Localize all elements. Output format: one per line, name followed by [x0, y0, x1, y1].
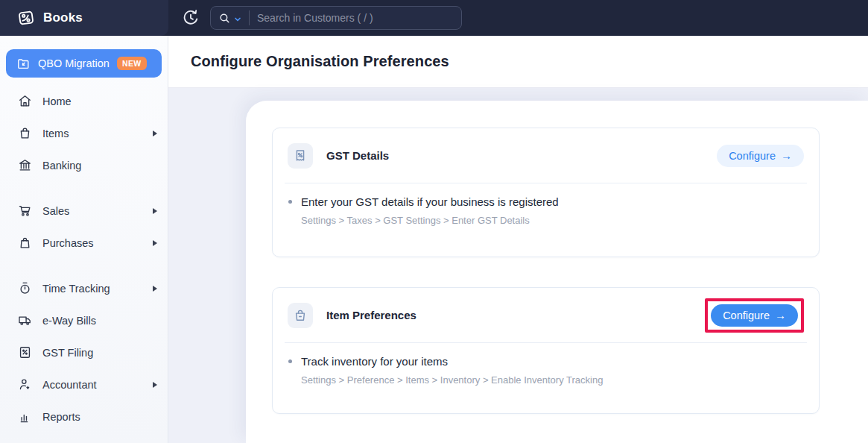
- item-bag-icon: [288, 303, 313, 328]
- configure-item-preferences-button[interactable]: Configure →: [711, 304, 798, 327]
- sidebar-item-accountant[interactable]: Accountant: [0, 368, 168, 400]
- button-label: Configure: [729, 150, 776, 162]
- card-title: GST Details: [326, 149, 389, 162]
- home-icon: [18, 94, 32, 108]
- button-label: Configure: [723, 310, 770, 321]
- sidebar-item-reports[interactable]: Reports: [0, 400, 168, 433]
- chevron-right-icon: [153, 131, 157, 136]
- arrow-right-icon: →: [775, 310, 786, 321]
- top-bar: Books: [0, 0, 868, 36]
- configure-gst-button[interactable]: Configure →: [717, 145, 804, 167]
- recent-history-icon[interactable]: [180, 7, 201, 28]
- search-divider: [249, 10, 250, 25]
- sidebar-item-qbo-migration[interactable]: QBO Migration NEW: [6, 49, 162, 78]
- gst-details-card: GST Details Configure → Enter your GST d…: [272, 128, 820, 257]
- sidebar-item-label: Home: [42, 95, 72, 107]
- card-header: GST Details Configure →: [285, 128, 807, 183]
- card-body: Track inventory for your items Settings …: [273, 343, 819, 386]
- card-body: Enter your GST details if your business …: [273, 183, 819, 226]
- sidebar-item-items[interactable]: Items: [0, 117, 168, 149]
- stopwatch-icon: [18, 281, 32, 295]
- sidebar-item-time-tracking[interactable]: Time Tracking: [0, 272, 168, 304]
- sidebar: QBO Migration NEW Home Items Banking: [0, 36, 168, 443]
- preferences-panel: GST Details Configure → Enter your GST d…: [246, 101, 868, 443]
- bank-icon: [18, 158, 32, 172]
- bar-chart-icon: [18, 409, 32, 424]
- sidebar-item-label: Sales: [42, 205, 69, 217]
- arrow-right-icon: →: [781, 150, 792, 161]
- settings-path: Settings > Preference > Items > Inventor…: [301, 374, 803, 386]
- sidebar-item-label: GST Filing: [42, 347, 93, 359]
- chevron-right-icon: [153, 286, 157, 292]
- chevron-right-icon: [153, 240, 157, 246]
- cart-icon: [18, 204, 32, 218]
- sidebar-item-label: Banking: [42, 160, 81, 172]
- sidebar-item-label: QBO Migration: [38, 57, 110, 69]
- sidebar-item-label: e-Way Bills: [42, 315, 96, 327]
- items-bag-icon: [18, 126, 32, 140]
- content-background: GST Details Configure → Enter your GST d…: [168, 88, 868, 443]
- sidebar-item-home[interactable]: Home: [0, 85, 168, 117]
- sidebar-item-label: Purchases: [42, 237, 94, 249]
- item-preferences-card: Item Preferences Configure → Track i: [272, 287, 820, 414]
- truck-icon: [18, 313, 32, 327]
- global-search[interactable]: [210, 6, 462, 30]
- accountant-icon: [18, 377, 32, 392]
- sidebar-item-eway-bills[interactable]: e-Way Bills: [0, 304, 168, 336]
- tax-doc-icon: [18, 345, 32, 359]
- card-header: Item Preferences Configure →: [285, 288, 807, 343]
- card-description: Track inventory for your items: [301, 355, 448, 368]
- settings-path: Settings > Taxes > GST Settings > Enter …: [301, 215, 803, 226]
- brand-name: Books: [43, 10, 83, 25]
- sidebar-item-purchases[interactable]: Purchases: [0, 227, 168, 259]
- card-description: Enter your GST details if your business …: [301, 195, 559, 208]
- purchase-bag-icon: [18, 236, 32, 250]
- bullet-dot: [288, 359, 292, 363]
- chevron-right-icon: [153, 208, 157, 214]
- sidebar-item-banking[interactable]: Banking: [0, 149, 168, 181]
- sidebar-item-label: Items: [42, 128, 69, 139]
- sidebar-item-label: Reports: [42, 411, 80, 423]
- sidebar-item-label: Time Tracking: [42, 283, 110, 295]
- bullet-dot: [288, 200, 292, 204]
- search-icon: [218, 12, 231, 25]
- folder-migrate-icon: [16, 57, 31, 71]
- chevron-right-icon: [153, 382, 157, 388]
- sidebar-item-sales[interactable]: Sales: [0, 195, 168, 227]
- page-header: Configure Organisation Preferences: [168, 36, 868, 88]
- gst-receipt-icon: [288, 143, 313, 169]
- books-logo-icon: [16, 8, 36, 28]
- main-area: Configure Organisation Preferences GST D…: [168, 36, 868, 443]
- sidebar-item-label: Accountant: [42, 379, 97, 391]
- chevron-down-icon[interactable]: [233, 15, 242, 24]
- annotation-highlight-box: Configure →: [705, 298, 804, 333]
- search-input[interactable]: [257, 12, 454, 24]
- sidebar-item-gst-filing[interactable]: GST Filing: [0, 336, 168, 368]
- new-badge: NEW: [117, 57, 147, 70]
- brand-block[interactable]: Books: [0, 0, 168, 36]
- card-title: Item Preferences: [326, 309, 416, 321]
- page-title: Configure Organisation Preferences: [191, 53, 449, 70]
